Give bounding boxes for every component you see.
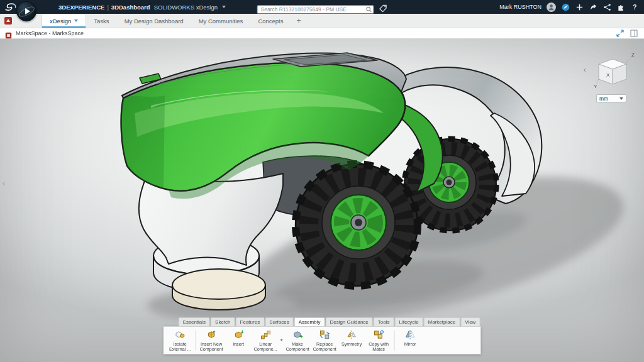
toolbar-button-isolate[interactable]: Isolate External ... xyxy=(167,328,194,353)
workspace-bar: MarksSpace - MarksSpace xyxy=(0,28,644,39)
panels-icon[interactable] xyxy=(630,30,638,37)
action-tab-marketplace[interactable]: Marketplace xyxy=(424,317,460,326)
search-input[interactable] xyxy=(257,5,374,14)
app-title: 3DEXPERIENCE | 3DDashboard SOLIDWORKS xD… xyxy=(58,4,226,11)
toolbar-button-linear-pattern[interactable]: Linear Compone... xyxy=(252,328,279,353)
toolbar-button-symmetry[interactable]: Symmetry xyxy=(338,328,365,353)
action-tab-assembly[interactable]: Assembly xyxy=(294,317,325,326)
isolate-icon xyxy=(175,329,186,342)
action-tab-design-guidance[interactable]: Design Guidance xyxy=(325,317,372,326)
mirror-icon xyxy=(405,329,416,342)
chevron-down-icon xyxy=(619,97,623,100)
toolbar-button-label: Make Component xyxy=(285,342,311,352)
workspace-icon[interactable] xyxy=(5,30,12,37)
orbit-ring xyxy=(17,4,35,18)
symmetry-icon xyxy=(347,329,357,342)
svg-text:?: ? xyxy=(633,4,636,11)
toolbar-separator xyxy=(394,330,395,351)
view-cube[interactable]: Z X Y xyxy=(591,49,636,97)
tab-my-design-dashboard[interactable]: My Design Dashboard xyxy=(117,14,191,28)
left-panel-collapse-icon[interactable]: ‹ xyxy=(3,180,5,187)
action-tab-tools[interactable]: Tools xyxy=(374,317,394,326)
puzzle-icon[interactable] xyxy=(616,3,625,11)
action-tab-view[interactable]: View xyxy=(460,317,480,326)
toolbar-button-label: Mirror xyxy=(404,342,416,347)
action-tab-sketch[interactable]: Sketch xyxy=(211,317,235,326)
replace-component-icon xyxy=(319,329,330,342)
tab-xdesign[interactable]: xDesign xyxy=(42,14,86,28)
user-name[interactable]: Mark RUSHTON xyxy=(499,4,541,10)
tab-tasks[interactable]: Tasks xyxy=(86,14,116,28)
insert-new-icon xyxy=(206,329,217,342)
toolbar-button-label: Isolate External ... xyxy=(167,342,193,352)
toolbar-button-label: Insert xyxy=(233,342,244,347)
dropdown-caret[interactable] xyxy=(279,328,284,353)
make-component-icon xyxy=(292,329,303,342)
toolbar-button-insert-new[interactable]: Insert New Component xyxy=(198,328,225,353)
toolbar-button-insert[interactable]: Insert xyxy=(225,328,252,353)
chevron-down-icon xyxy=(74,19,78,22)
add-icon[interactable] xyxy=(575,3,584,11)
toolbar-button-label: Replace Component xyxy=(312,342,338,352)
brand-app-name: SOLIDWORKS xDesign xyxy=(154,4,218,11)
tab-concepts[interactable]: Concepts xyxy=(250,14,291,28)
toolbar-button-label: Insert New Component xyxy=(199,342,225,352)
action-tab-lifecycle[interactable]: Lifecycle xyxy=(394,317,423,326)
toolbar-button-label: Copy with Mates xyxy=(366,342,392,352)
dashboard-tab-bar: xDesignTasksMy Design DashboardMy Commun… xyxy=(0,14,644,28)
avatar[interactable] xyxy=(547,3,556,12)
brand-platform: 3DEXPERIENCE xyxy=(58,4,104,11)
action-bar-buttons: Isolate External ...Insert New Component… xyxy=(164,326,481,354)
action-bar: EssentialsSketchFeaturesSurfacesAssembly… xyxy=(164,317,481,354)
insert-icon xyxy=(233,329,244,342)
toolbar-button-label: Linear Compone... xyxy=(253,342,279,352)
axis-z-label: Z xyxy=(631,52,635,58)
action-tab-essentials[interactable]: Essentials xyxy=(179,317,210,326)
copy-with-mates-icon xyxy=(374,329,384,342)
top-bar: 3DEXPERIENCE | 3DDashboard SOLIDWORKS xD… xyxy=(0,0,644,14)
3d-viewport[interactable] xyxy=(0,39,644,362)
global-search[interactable] xyxy=(257,3,374,14)
rover-wheel-rear[interactable] xyxy=(404,139,496,231)
toolbar-button-label: Symmetry xyxy=(341,342,362,347)
rover-wheel-front[interactable] xyxy=(296,164,418,286)
tab-my-communities[interactable]: My Communities xyxy=(191,14,251,28)
action-bar-tabs: EssentialsSketchFeaturesSurfacesAssembly… xyxy=(179,317,481,326)
rover-hull[interactable] xyxy=(139,173,283,310)
unit-dropdown[interactable]: mm xyxy=(596,94,626,102)
network-icon[interactable] xyxy=(602,3,611,11)
help-icon[interactable]: ? xyxy=(630,3,639,11)
toolbar-button-make-component[interactable]: Make Component xyxy=(284,328,311,353)
toolbar-button-copy-with-mates[interactable]: Copy with Mates xyxy=(365,328,392,353)
action-tab-features[interactable]: Features xyxy=(236,317,265,326)
action-tab-surfaces[interactable]: Surfaces xyxy=(265,317,294,326)
linear-pattern-icon xyxy=(260,329,271,342)
chevron-down-icon[interactable] xyxy=(222,6,226,8)
viewcube-collapse-icon[interactable]: ‹ xyxy=(584,65,586,74)
brand-dashboard: 3DDashboard xyxy=(111,4,150,11)
axis-y-label: Y xyxy=(594,84,597,89)
toolbar-button-replace-component[interactable]: Replace Component xyxy=(311,328,338,353)
3d-canvas[interactable]: ‹ ‹ Z X Y mm EssentialsSketchFeaturesSur… xyxy=(0,39,644,362)
toolbar-button-mirror[interactable]: Mirror xyxy=(397,328,424,353)
tab-bar-tabs: xDesignTasksMy Design DashboardMy Commun… xyxy=(42,14,644,28)
3dexperience-play-badge[interactable] xyxy=(16,1,36,21)
add-tab-button[interactable]: + xyxy=(291,14,307,28)
search-icon[interactable] xyxy=(366,4,372,10)
axis-x-label: X xyxy=(606,72,610,78)
share-icon[interactable] xyxy=(589,3,597,11)
compass-icon[interactable] xyxy=(561,3,570,11)
dashboard-app-icon[interactable] xyxy=(4,16,13,25)
expand-icon[interactable] xyxy=(616,30,624,37)
toolbar-separator xyxy=(196,330,196,351)
unit-value: mm xyxy=(599,96,608,102)
breadcrumb: MarksSpace - MarksSpace xyxy=(16,30,84,36)
tag-icon[interactable] xyxy=(379,4,387,13)
topbar-right-icons: ? xyxy=(561,3,639,11)
